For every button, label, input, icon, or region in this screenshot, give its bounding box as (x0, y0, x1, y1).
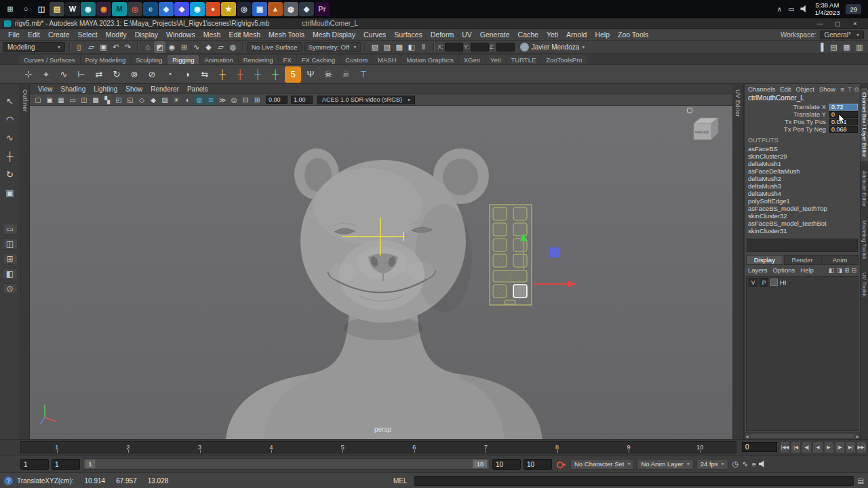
layer-editor-menu-item[interactable]: Help (800, 266, 814, 274)
app-substance[interactable]: ▲ (268, 2, 283, 16)
sidebar-tab[interactable]: Attribute Editor (861, 167, 868, 211)
layer-editor-tab[interactable]: Render (784, 255, 821, 265)
channel-box-scrollbar[interactable]: ◀ ▶ (745, 432, 860, 439)
symmetry-selector[interactable]: Symmetry: Off ▾ (304, 42, 361, 52)
shelf-unbind-skin[interactable]: ⊘ (144, 66, 160, 83)
toggle-modeling-toolkit-icon[interactable]: ▐ (815, 41, 827, 53)
attribute-label[interactable]: Tx Pos Ty Neg (747, 125, 829, 133)
selected-node-name[interactable]: ctrlMouthCorner_L (745, 94, 860, 103)
lock-camera-icon[interactable]: ▣ (44, 95, 55, 105)
menu-item[interactable]: Yeti (542, 30, 562, 39)
user-account-menu[interactable]: Javier Mendoza ▾ (520, 43, 585, 52)
image-plane-icon[interactable]: ◫ (79, 95, 90, 105)
layer-playback-toggle[interactable]: P (760, 278, 768, 287)
animation-start-field[interactable]: 1 (20, 459, 49, 470)
shelf-yeti-node[interactable]: ☠ (320, 66, 336, 83)
shelf-tab[interactable]: Rendering (239, 55, 278, 64)
output-node-item[interactable]: asFaceDeltaMush (745, 167, 860, 175)
shelf-aim-constraint[interactable]: ┼ (267, 66, 283, 83)
select-component-icon[interactable]: ◉ (166, 41, 178, 53)
panel-menu-item[interactable]: Shading (57, 85, 90, 93)
app-photos[interactable]: ▣ (252, 2, 267, 16)
animation-end-field[interactable]: 10 (524, 459, 552, 470)
menu-item[interactable]: Surfaces (390, 30, 426, 39)
app-sky-blue[interactable]: ◉ (190, 2, 205, 16)
layer-visibility-toggle[interactable]: V (749, 278, 757, 287)
collapsed-outliner-panel[interactable]: Outliner (20, 84, 30, 439)
exposure-field[interactable]: 0.00 (266, 96, 288, 104)
render-settings-icon[interactable]: ▩ (393, 41, 405, 53)
play-forwards-button[interactable]: ▶ (824, 441, 834, 453)
attribute-value-field[interactable]: 0 (829, 111, 858, 118)
shelf-tab[interactable]: TURTLE (507, 55, 541, 64)
output-node-item[interactable]: deltaMush4 (745, 190, 860, 197)
network-icon[interactable]: ▭ (788, 5, 794, 13)
output-node-item[interactable]: deltaMush1 (745, 160, 860, 167)
2d-pan-zoom-icon[interactable]: ▩ (90, 95, 101, 105)
output-node-item[interactable]: skinCluster31 (745, 227, 860, 235)
menu-item[interactable]: Mesh Display (309, 30, 359, 39)
close-button[interactable]: × (846, 20, 864, 27)
move-tool[interactable]: ┼ (3, 148, 18, 163)
taskbar-clock[interactable]: 5:38 AM 1/4/2023 (814, 1, 840, 16)
view-cube[interactable]: FRONT (687, 108, 718, 140)
minimize-button[interactable]: — (811, 20, 829, 27)
attribute-label[interactable]: Translate Y (747, 110, 829, 118)
new-scene-icon[interactable]: ▯ (73, 41, 85, 53)
layer-editor-tab[interactable]: Display (746, 255, 783, 265)
menu-item[interactable]: Modify (102, 30, 131, 39)
coordinate-input[interactable] (445, 43, 463, 52)
attribute-value-field[interactable]: 0.72 (829, 104, 858, 110)
anim-layer-selector[interactable]: No Anim Layer ▾ (637, 459, 693, 470)
attribute-value-field[interactable]: 0.661 (829, 119, 858, 125)
go-to-start-button[interactable]: |◀◀ (780, 441, 790, 453)
shelf-tab[interactable]: Motion Graphics (402, 55, 458, 64)
menu-item[interactable]: Cache (514, 30, 542, 39)
menu-item[interactable]: Mesh (199, 30, 225, 39)
collapsed-uv-editor-panel[interactable]: UV Editor (732, 84, 744, 439)
attribute-value-field[interactable]: 0.068 (829, 126, 858, 133)
app-maya[interactable]: M (112, 2, 127, 16)
app-zbrush[interactable]: ◍ (283, 2, 298, 16)
graph-editor-icon[interactable]: ∿ (742, 460, 748, 468)
volume-icon[interactable] (800, 5, 808, 13)
output-node-item[interactable]: polySoftEdge1 (745, 197, 860, 205)
shelf-ik-handle[interactable]: ⌖ (38, 66, 54, 83)
scale-tool[interactable]: ▣ (3, 185, 18, 200)
hypershade-icon[interactable]: ◧ (406, 41, 417, 53)
new-empty-layer-icon[interactable]: ⊞ (844, 267, 850, 274)
shelf-bind-skin[interactable]: ⊚ (126, 66, 142, 83)
shelf-tab[interactable]: Sculpting (131, 55, 167, 64)
coordinate-field[interactable]: X: (437, 43, 463, 52)
channel-speed-icon[interactable]: ≋ (840, 86, 845, 93)
channel-box-menu-item[interactable]: Channels (748, 85, 775, 93)
shelf-tab[interactable]: FX (279, 55, 296, 64)
shelf-insert-joint[interactable]: ⊢ (73, 66, 90, 83)
notifications-badge[interactable]: 29 (846, 4, 861, 14)
panel-menu-item[interactable]: Renderer (146, 85, 183, 93)
step-forward-frame-button[interactable]: ▶| (846, 441, 856, 453)
shelf-parent-constraint[interactable]: ┼ (214, 66, 231, 83)
panel-menu-item[interactable]: Panels (183, 85, 212, 93)
shelf-tab[interactable]: FX Caching (297, 55, 340, 64)
toggle-channel-box-icon[interactable]: ▥ (854, 41, 865, 53)
isolate-select-icon[interactable]: ◎ (229, 95, 239, 105)
menu-item[interactable]: Deform (427, 30, 458, 39)
playback-start-field[interactable]: 1 (52, 459, 80, 470)
go-to-end-button[interactable]: ▶▶| (856, 441, 867, 453)
scrollbar-track[interactable] (750, 434, 855, 438)
play-backwards-button[interactable]: ◀ (812, 441, 823, 453)
motion-blur-icon[interactable]: ≫ (217, 95, 228, 105)
shelf-tab[interactable]: MASH (373, 55, 401, 64)
plugin-shading-icon[interactable]: ⊞ (252, 95, 262, 105)
channel-pin-icon[interactable]: ⊙ (854, 86, 859, 93)
sidebar-tab[interactable]: Channel Box / Layer Editor (861, 88, 868, 161)
film-gate-icon[interactable]: ◰ (113, 95, 124, 105)
app-discord[interactable]: ◈ (174, 2, 189, 16)
menu-item[interactable]: Windows (162, 30, 199, 39)
app-file-explorer[interactable]: ▤ (50, 2, 64, 16)
shelf-ik-spline[interactable]: ∿ (56, 66, 72, 83)
attribute-label[interactable]: Translate X (747, 103, 829, 110)
menu-item[interactable]: Arnold (562, 30, 591, 39)
command-language-toggle[interactable]: MEL (391, 477, 410, 485)
